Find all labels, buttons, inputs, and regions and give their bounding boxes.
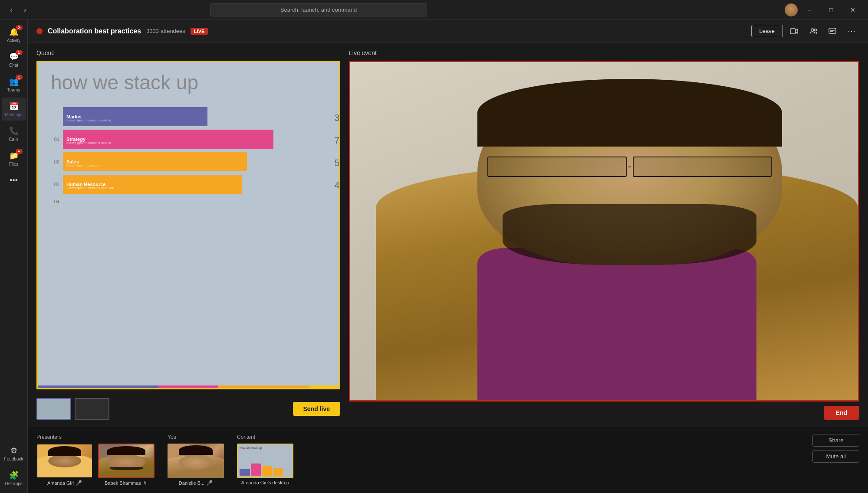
mini-bar-3 xyxy=(262,466,272,476)
content-name: Amanda Giri's desktop xyxy=(241,480,289,485)
sidebar-item-more[interactable]: ••• xyxy=(2,172,26,189)
mute-all-button[interactable]: Mute all xyxy=(812,450,859,463)
slide-preview: how we stack up Market Lorem ipsum consu… xyxy=(36,61,340,389)
maximize-button[interactable]: □ xyxy=(821,0,841,20)
row-number-04: 04 xyxy=(51,199,59,204)
sidebar-activity-label: Activity xyxy=(7,38,21,43)
more-icon: ••• xyxy=(9,175,19,186)
meetings-icon: 📅 xyxy=(9,101,19,111)
minimize-button[interactable]: − xyxy=(799,0,819,20)
you-thumb-img xyxy=(168,444,224,478)
app-layout: 🔔 Activity 2 💬 Chat 1 👥 Teams 1 📅 Meetin… xyxy=(0,20,868,493)
bar-label-strategy: Strategy xyxy=(66,137,85,142)
close-button[interactable]: ✕ xyxy=(843,0,863,20)
content-card: how we stack up Amanda Giri's desktop xyxy=(237,444,293,485)
leave-button[interactable]: Leave xyxy=(751,25,783,37)
bar-label-sales: Sales xyxy=(66,159,79,164)
babek-name-text: Babek Shammas xyxy=(105,480,141,486)
sidebar-teams-label: Teams xyxy=(7,88,20,92)
chart-row-strategy: 01 Strategy Lorem ipsum consults sele la… xyxy=(51,130,326,149)
end-button[interactable]: End xyxy=(824,406,859,420)
slide-thumbnails xyxy=(36,398,109,420)
svg-rect-0 xyxy=(790,29,796,34)
progress-segment-2 xyxy=(158,385,219,388)
presenter-thumb-amanda[interactable] xyxy=(36,444,93,478)
bar-wrapper-market: Market Lorem ipsum consults sele la, 31%… xyxy=(63,107,326,126)
chat-toggle-button[interactable] xyxy=(825,23,840,39)
mini-bar-1 xyxy=(240,469,250,476)
files-badge: ● xyxy=(16,149,23,154)
back-button[interactable]: ‹ xyxy=(5,4,17,16)
mini-bar-4 xyxy=(273,468,283,476)
chat-badge: 1 xyxy=(16,50,23,55)
main-content: Collaboration best practices 3333 attend… xyxy=(28,20,868,493)
mini-bar-2 xyxy=(251,464,261,476)
bar-wrapper-sales: Sales Lorem ipsum consults 55% Lorem ips… xyxy=(63,152,326,171)
window-controls: − □ ✕ xyxy=(799,0,863,20)
sidebar-chat-label: Chat xyxy=(9,63,18,68)
chart-row-04: 04 xyxy=(51,197,326,206)
presenter-card-amanda: Amanda Giri 🎤 xyxy=(36,444,93,486)
bar-wrapper-04 xyxy=(63,197,326,206)
search-text: Search, launch, and command xyxy=(280,7,357,13)
chart-container: Market Lorem ipsum consults sele la, 31%… xyxy=(51,107,326,209)
sidebar-item-calls[interactable]: 📞 Calls xyxy=(2,122,26,145)
activity-badge: 2 xyxy=(16,25,23,30)
live-event-panel: Live event xyxy=(349,49,859,420)
presenter-img-amanda xyxy=(37,444,92,477)
person-beard xyxy=(503,204,756,265)
sidebar-feedback-label: Feedback xyxy=(4,457,23,461)
participants-button[interactable] xyxy=(806,23,821,39)
person-shirt xyxy=(477,248,757,400)
slide-thumb-2[interactable] xyxy=(75,398,109,420)
sidebar-item-teams[interactable]: 👥 Teams 1 xyxy=(2,73,26,96)
presenter-img-babek xyxy=(99,444,154,477)
title-bar: ‹ › Search, launch, and command − □ ✕ xyxy=(0,0,868,20)
send-live-button[interactable]: Send live xyxy=(293,402,340,416)
svg-point-2 xyxy=(815,29,817,31)
person-hair xyxy=(477,79,782,147)
you-thumb[interactable] xyxy=(168,444,224,478)
user-avatar[interactable] xyxy=(785,3,798,16)
forward-button[interactable]: › xyxy=(19,4,31,16)
bar-sales: Sales Lorem ipsum consults xyxy=(63,152,247,171)
sidebar-item-chat[interactable]: 💬 Chat 1 xyxy=(2,48,26,71)
content-area: Queue how we stack up Market Lor xyxy=(28,42,868,427)
babek-mic-icon: 🎙 xyxy=(143,480,148,486)
sidebar-item-feedback[interactable]: ⚙ Feedback xyxy=(2,442,26,465)
you-mic-icon: 🎤 xyxy=(206,480,213,486)
sidebar-item-meetings[interactable]: 📅 Meetings xyxy=(2,98,26,121)
bar-wrapper-human: Human Resource Lorem ipsum consults sele… xyxy=(63,175,326,194)
svg-rect-3 xyxy=(829,28,836,33)
sidebar-item-activity[interactable]: 🔔 Activity 2 xyxy=(2,23,26,46)
live-badge: LIVE xyxy=(191,28,208,35)
share-button[interactable]: Share xyxy=(812,434,859,447)
presenter-name-babek: Babek Shammas 🎙 xyxy=(105,480,148,486)
live-event-title: Live event xyxy=(349,49,859,56)
live-event-actions: End xyxy=(349,406,859,420)
content-section: Content how we stack up xyxy=(237,434,293,485)
row-number-03: 03 xyxy=(51,182,59,187)
presenters-section: Presenters Amanda Giri xyxy=(36,434,155,486)
chart-row-market: Market Lorem ipsum consults sele la, 31%… xyxy=(51,107,326,126)
slide-thumb-1[interactable] xyxy=(36,398,71,420)
presenters-title: Presenters xyxy=(36,434,155,440)
sidebar-item-files[interactable]: 📁 Files ● xyxy=(2,147,26,170)
bottom-bar: Presenters Amanda Giri xyxy=(28,427,868,493)
sidebar-item-getapps[interactable]: 🧩 Get apps xyxy=(2,467,26,490)
camera-toggle-button[interactable] xyxy=(786,23,802,39)
slide-progress-bar xyxy=(38,385,339,388)
content-thumb-inner: how we stack up xyxy=(238,444,293,477)
more-options-icon: ⋯ xyxy=(848,26,855,36)
presenters-row: Amanda Giri 🎤 xyxy=(36,444,155,486)
person-glasses xyxy=(487,157,772,177)
you-card: Danielle B... 🎤 xyxy=(168,444,224,486)
nav-buttons: ‹ › xyxy=(5,4,31,16)
search-bar[interactable]: Search, launch, and command xyxy=(210,3,427,16)
content-name-text: Amanda Giri's desktop xyxy=(241,480,289,485)
teams-badge: 1 xyxy=(16,75,23,80)
queue-actions: Send live xyxy=(293,402,340,416)
content-thumb[interactable]: how we stack up xyxy=(237,444,293,478)
more-options-button[interactable]: ⋯ xyxy=(844,23,859,39)
presenter-thumb-babek[interactable] xyxy=(98,444,155,478)
